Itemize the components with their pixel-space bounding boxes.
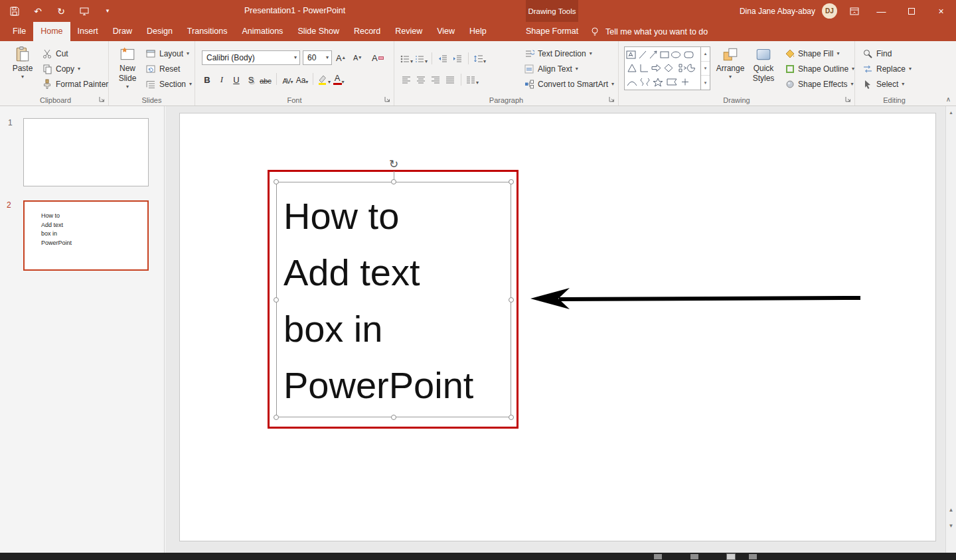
user-name[interactable]: Dina Jane Abay-abay xyxy=(740,7,815,16)
line-spacing-button[interactable]: ▾ xyxy=(473,51,486,66)
tab-insert[interactable]: Insert xyxy=(70,22,106,41)
font-dialog-launcher[interactable] xyxy=(384,96,391,103)
increase-font-size-button[interactable]: A ▴ xyxy=(336,50,345,65)
numbering-button[interactable]: ▾ xyxy=(414,51,428,66)
font-name-combo[interactable]: Calibri (Body) ▾ xyxy=(202,50,300,65)
select-button[interactable]: Select ▾ xyxy=(860,76,914,92)
tab-draw[interactable]: Draw xyxy=(106,22,139,41)
resize-handle-nw[interactable] xyxy=(274,179,279,184)
paragraph-dialog-launcher[interactable] xyxy=(608,96,615,103)
rotation-handle[interactable]: ↻ xyxy=(389,157,398,171)
italic-button[interactable]: I xyxy=(215,72,228,86)
resize-handle-e[interactable] xyxy=(509,297,514,303)
section-button[interactable]: Section ▾ xyxy=(143,76,194,92)
align-right-button[interactable] xyxy=(429,72,442,87)
text-shadow-button[interactable]: S xyxy=(244,72,258,86)
increase-indent-button[interactable] xyxy=(451,51,464,66)
new-slide-button[interactable]: New Slide ▾ xyxy=(112,46,143,90)
cut-button[interactable]: Cut xyxy=(40,46,110,61)
justify-button[interactable] xyxy=(443,72,457,87)
vertical-scrollbar[interactable]: ▴ ▲ ▼ xyxy=(945,106,956,553)
ribbon-display-options-button[interactable] xyxy=(848,3,861,20)
decrease-indent-button[interactable] xyxy=(436,51,449,66)
shape-gallery-more-button[interactable]: ▾ xyxy=(701,75,710,90)
shape-row-2[interactable] xyxy=(626,62,698,74)
reset-button[interactable]: Reset xyxy=(143,61,194,76)
shape-gallery-scroll-down[interactable]: ▾ xyxy=(701,61,710,76)
resize-handle-ne[interactable] xyxy=(509,179,514,184)
start-presentation-button[interactable] xyxy=(78,3,91,20)
tab-shape-format[interactable]: Shape Format xyxy=(526,22,578,41)
slide[interactable]: ↻ How to Add text box in PowerPoint xyxy=(179,113,936,541)
status-normal-view-button[interactable] xyxy=(727,554,735,559)
layout-button[interactable]: Layout ▾ xyxy=(143,46,194,61)
font-color-button[interactable]: A ▾ xyxy=(332,72,345,86)
align-text-button[interactable]: Align Text ▾ xyxy=(522,61,616,76)
decrease-font-size-button[interactable]: A ▾ xyxy=(353,50,361,65)
user-avatar[interactable]: DJ xyxy=(822,3,837,19)
align-center-button[interactable] xyxy=(414,72,428,87)
tab-design[interactable]: Design xyxy=(139,22,180,41)
strikethrough-button[interactable]: abc xyxy=(259,72,272,86)
bold-button[interactable]: B xyxy=(200,72,214,86)
character-spacing-button[interactable]: AV ▾ xyxy=(281,72,294,86)
previous-slide-button[interactable]: ▲ xyxy=(946,507,956,513)
drawing-dialog-launcher[interactable] xyxy=(844,96,852,103)
shape-gallery[interactable]: ▴ ▾ ▾ xyxy=(624,46,710,90)
tab-view[interactable]: View xyxy=(430,22,462,41)
tab-home[interactable]: Home xyxy=(33,22,70,41)
bullets-button[interactable]: ▾ xyxy=(400,51,413,66)
shape-outline-button[interactable]: Shape Outline ▾ xyxy=(783,61,856,76)
copy-button[interactable]: Copy ▾ xyxy=(40,61,110,76)
resize-handle-w[interactable] xyxy=(274,297,279,303)
underline-button[interactable]: U xyxy=(230,72,243,86)
close-button[interactable]: × xyxy=(926,0,956,22)
collapse-ribbon-button[interactable]: ∧ xyxy=(946,96,951,103)
tell-me-box[interactable]: Tell me what you want to do xyxy=(590,22,708,41)
next-slide-button[interactable]: ▼ xyxy=(946,523,956,529)
resize-handle-sw[interactable] xyxy=(274,415,279,420)
shape-effects-button[interactable]: Shape Effects ▾ xyxy=(783,76,856,92)
shape-fill-button[interactable]: Shape Fill ▾ xyxy=(783,46,856,61)
tab-review[interactable]: Review xyxy=(388,22,430,41)
tab-animations[interactable]: Animations xyxy=(235,22,291,41)
maximize-button[interactable] xyxy=(896,0,926,22)
change-case-button[interactable]: Aa ▾ xyxy=(295,72,309,86)
status-display-settings-button[interactable] xyxy=(690,554,698,559)
slide-thumbnail-1[interactable] xyxy=(23,118,149,186)
tab-transitions[interactable]: Transitions xyxy=(180,22,235,41)
shape-row-3[interactable] xyxy=(626,76,698,88)
resize-handle-se[interactable] xyxy=(509,415,514,420)
arrange-button[interactable]: Arrange ▾ xyxy=(714,46,746,80)
format-painter-button[interactable]: Format Painter xyxy=(40,76,110,92)
slide-thumbnail-2[interactable]: How to Add text box in PowerPoint xyxy=(23,200,149,271)
shape-gallery-scroll-up[interactable]: ▴ xyxy=(701,47,710,61)
columns-button[interactable]: ▾ xyxy=(465,72,479,87)
minimize-button[interactable]: — xyxy=(866,0,896,22)
clipboard-dialog-launcher[interactable] xyxy=(98,96,106,103)
tab-record[interactable]: Record xyxy=(347,22,388,41)
status-notes-button[interactable] xyxy=(654,554,662,559)
align-left-button[interactable] xyxy=(400,72,413,87)
clear-formatting-button[interactable]: A xyxy=(372,50,384,65)
replace-button[interactable]: Replace ▾ xyxy=(860,61,914,76)
tab-help[interactable]: Help xyxy=(462,22,494,41)
redo-button[interactable]: ↻ xyxy=(54,3,68,20)
tab-slide-show[interactable]: Slide Show xyxy=(290,22,347,41)
text-direction-button[interactable]: Text Direction ▾ xyxy=(522,46,616,61)
resize-handle-n[interactable] xyxy=(391,179,396,184)
slide-textbox-text[interactable]: How to Add text box in PowerPoint xyxy=(283,188,473,413)
text-highlight-button[interactable]: ▾ xyxy=(317,72,331,86)
status-slide-sorter-button[interactable] xyxy=(749,554,757,559)
undo-button[interactable]: ↶ xyxy=(31,3,44,20)
scroll-up-button[interactable]: ▴ xyxy=(946,109,956,115)
tab-file[interactable]: File xyxy=(5,22,33,41)
resize-handle-s[interactable] xyxy=(391,415,396,420)
paste-button[interactable]: Paste ▾ xyxy=(7,46,39,80)
convert-to-smartart-button[interactable]: Convert to SmartArt ▾ xyxy=(522,76,616,92)
customize-qat-button[interactable]: ▾ xyxy=(101,3,114,20)
find-button[interactable]: Find xyxy=(860,46,914,61)
slide-canvas[interactable]: ↻ How to Add text box in PowerPoint xyxy=(165,106,945,553)
shape-row-1[interactable] xyxy=(626,49,698,60)
quick-styles-button[interactable]: Quick Styles xyxy=(748,46,779,83)
